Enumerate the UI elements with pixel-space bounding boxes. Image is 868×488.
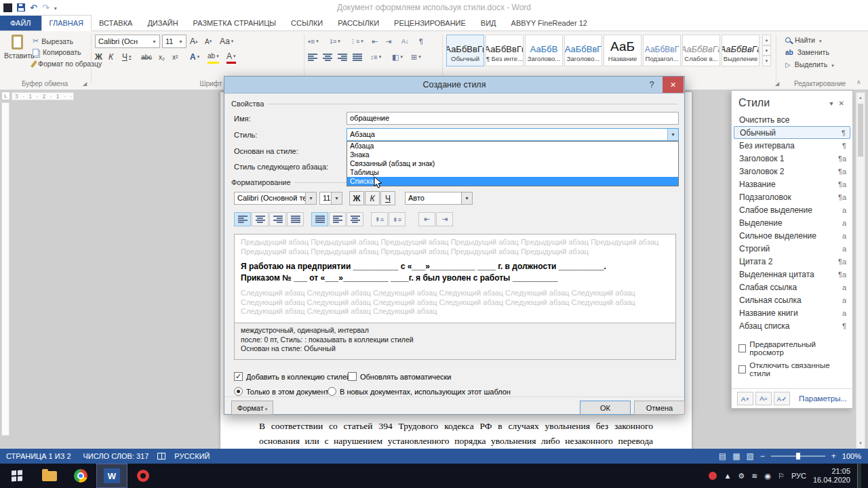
zoom-slider[interactable] bbox=[771, 455, 825, 457]
print-layout-icon[interactable]: ▦ bbox=[732, 451, 740, 461]
taskbar-chrome[interactable] bbox=[65, 464, 96, 488]
disable-linked-checkbox[interactable]: Отключить связанные стили bbox=[738, 361, 846, 378]
zoom-level[interactable]: 100% bbox=[842, 452, 861, 460]
recording-icon[interactable] bbox=[709, 472, 717, 480]
dialog-title-bar[interactable]: Создание стиля ? ✕ bbox=[224, 77, 684, 94]
justify-button[interactable] bbox=[353, 50, 362, 64]
tab-abbyy[interactable]: ABBYY FineReader 12 bbox=[504, 16, 595, 30]
decrease-indent-button[interactable]: ⇤ bbox=[372, 35, 378, 48]
radio-icon[interactable] bbox=[328, 387, 336, 396]
tray-language[interactable]: РУС bbox=[791, 472, 806, 480]
superscript-button[interactable]: x² bbox=[172, 50, 178, 64]
checkbox-icon[interactable] bbox=[234, 372, 243, 381]
style-item[interactable]: Заголовок 2¶а bbox=[732, 165, 852, 178]
single-spacing-button[interactable] bbox=[311, 212, 328, 226]
read-mode-icon[interactable]: ▤ bbox=[719, 451, 726, 461]
font-color-button[interactable]: А bbox=[226, 50, 236, 64]
style-item[interactable]: Сильная ссылкаа bbox=[732, 293, 852, 306]
redo-icon[interactable]: ↷ bbox=[42, 3, 50, 12]
zoom-out-icon[interactable]: − bbox=[760, 451, 765, 461]
tab-selector[interactable]: L bbox=[1, 92, 10, 100]
replace-button[interactable]: abЗаменить bbox=[785, 48, 829, 56]
scroll-down-icon[interactable]: ▼ bbox=[856, 439, 865, 448]
gallery-style-subtitle[interactable]: АаБбВвГПодзагол... bbox=[643, 35, 681, 66]
gallery-style-subtle-emphasis[interactable]: АаБбВвГгСлабое в... bbox=[682, 35, 720, 66]
style-item-normal[interactable]: Обычный¶ bbox=[734, 126, 850, 139]
dialog-close-button[interactable]: ✕ bbox=[663, 77, 684, 93]
manage-styles-button[interactable]: А✓ bbox=[774, 392, 790, 405]
select-button[interactable]: ▷Выделить bbox=[785, 60, 834, 68]
word-count[interactable]: ЧИСЛО СЛОВ: 317 bbox=[77, 452, 155, 460]
dialog-italic-button[interactable]: К bbox=[365, 191, 380, 205]
align-center-button[interactable] bbox=[323, 50, 332, 64]
scroll-up-icon[interactable]: ▲ bbox=[856, 93, 865, 102]
web-layout-icon[interactable]: ▧ bbox=[746, 451, 753, 461]
dialog-align-center-button[interactable] bbox=[252, 212, 269, 226]
vertical-scrollbar[interactable]: ▲ ▼ bbox=[856, 92, 865, 449]
option-table[interactable]: Таблицы bbox=[347, 168, 678, 177]
style-item[interactable]: Выделенная цитата¶а bbox=[732, 268, 852, 281]
zoom-slider-thumb[interactable] bbox=[796, 453, 800, 460]
clipboard-dialog-launcher[interactable]: ◢ bbox=[83, 81, 87, 87]
show-desktop-button[interactable] bbox=[857, 464, 861, 488]
checkbox-icon[interactable] bbox=[738, 365, 746, 373]
only-this-doc-radio[interactable]: Только в этом документе bbox=[234, 387, 333, 396]
dialog-align-right-button[interactable] bbox=[269, 212, 286, 226]
align-left-button[interactable] bbox=[308, 50, 317, 64]
tab-page-layout[interactable]: РАЗМЕТКА СТРАНИЦЫ bbox=[186, 16, 283, 30]
cut-button[interactable]: Вырезать bbox=[33, 37, 73, 45]
tab-home[interactable]: ГЛАВНАЯ bbox=[41, 15, 92, 31]
tab-insert[interactable]: ВСТАВКА bbox=[92, 16, 140, 30]
gallery-style-normal[interactable]: АаБбВвГгОбычный bbox=[446, 35, 484, 66]
auto-update-checkbox[interactable]: Обновлять автоматически bbox=[348, 372, 452, 381]
numbering-button[interactable]: 1≡ bbox=[330, 35, 340, 48]
cancel-button[interactable]: Отмена bbox=[634, 401, 685, 415]
preview-checkbox[interactable]: Предварительный просмотр bbox=[738, 340, 846, 357]
dialog-underline-button[interactable]: Ч bbox=[380, 191, 395, 205]
undo-icon[interactable]: ↶ bbox=[30, 3, 37, 12]
dialog-font-dropdown-icon[interactable] bbox=[305, 192, 316, 204]
double-spacing-button[interactable] bbox=[347, 212, 363, 226]
gallery-scroll-up-icon[interactable]: ▲ bbox=[762, 35, 771, 45]
taskbar-explorer[interactable] bbox=[34, 464, 65, 488]
zoom-in-icon[interactable]: + bbox=[831, 451, 836, 461]
gallery-style-heading1[interactable]: АаБбВЗаголово... bbox=[525, 35, 563, 66]
shading-button[interactable]: ◧ bbox=[392, 50, 403, 64]
option-character[interactable]: Знака bbox=[347, 150, 678, 159]
document-text[interactable]: В соответствии со статьей 394 Трудового … bbox=[259, 419, 653, 449]
tab-review[interactable]: РЕЦЕНЗИРОВАНИЕ bbox=[387, 16, 473, 30]
new-style-button[interactable]: А+ bbox=[737, 392, 753, 405]
gallery-style-heading2[interactable]: АаБбВвГЗаголово... bbox=[564, 35, 602, 66]
paste-button[interactable]: Вставить bbox=[4, 35, 30, 60]
taskbar-opera[interactable] bbox=[127, 464, 159, 488]
styles-options-link[interactable]: Параметры... bbox=[799, 394, 847, 403]
style-item[interactable]: Слабая ссылкаа bbox=[732, 281, 852, 293]
dialog-increase-indent-button[interactable]: ⇥ bbox=[436, 212, 453, 226]
dialog-color-combo[interactable]: Авто bbox=[405, 192, 473, 205]
sort-button[interactable]: А↓ bbox=[401, 35, 409, 48]
italic-button[interactable]: К bbox=[108, 50, 113, 64]
dialog-align-left-button[interactable] bbox=[234, 212, 251, 226]
increase-indent-button[interactable]: ⇥ bbox=[385, 35, 391, 48]
dialog-color-dropdown-icon[interactable] bbox=[461, 192, 472, 204]
ok-button[interactable]: ОК bbox=[580, 401, 631, 415]
style-name-input[interactable]: обращение bbox=[347, 112, 679, 125]
font-size-combo[interactable]: 11 bbox=[162, 35, 186, 48]
dialog-size-combo[interactable]: 11 bbox=[319, 192, 342, 205]
subscript-button[interactable]: x₂ bbox=[159, 50, 165, 64]
shrink-font-button[interactable]: А▾ bbox=[205, 35, 212, 48]
style-item[interactable]: Заголовок 1¶а bbox=[732, 152, 852, 165]
style-type-dropdown-icon[interactable] bbox=[667, 129, 678, 140]
gallery-style-title[interactable]: АаБНазвание bbox=[604, 35, 642, 66]
one-half-spacing-button[interactable] bbox=[329, 212, 346, 226]
style-inspector-button[interactable]: А⌕ bbox=[755, 392, 772, 405]
scrollbar-thumb[interactable] bbox=[858, 104, 863, 157]
style-item[interactable]: Цитата 2¶а bbox=[732, 255, 852, 268]
checkbox-icon[interactable] bbox=[348, 372, 357, 381]
gallery-more-icon[interactable]: ▼ bbox=[762, 56, 771, 66]
add-to-gallery-checkbox[interactable]: Добавить в коллекцию стилей bbox=[234, 372, 351, 381]
option-list[interactable]: Списка bbox=[347, 177, 678, 186]
bullets-button[interactable]: •≡ bbox=[308, 35, 319, 48]
line-spacing-button[interactable]: ↕≡ bbox=[370, 50, 381, 64]
change-case-button[interactable]: Аа bbox=[220, 35, 233, 48]
